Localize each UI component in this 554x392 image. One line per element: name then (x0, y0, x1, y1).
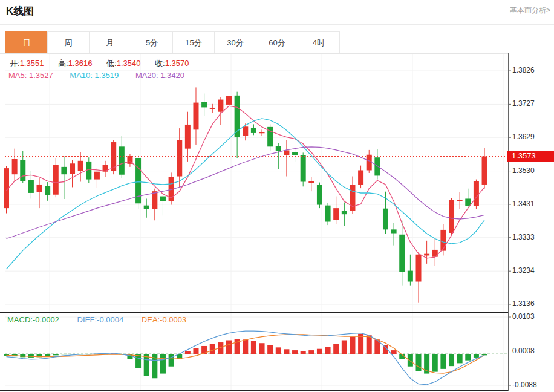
ma-legend: MA5: 1.3527 MA10: 1.3519 MA20: 1.3420 (8, 71, 199, 80)
y-axis-label: -0.0088 (512, 381, 537, 389)
high-value: 高:1.3616 (58, 59, 92, 68)
y-axis-label: 1.3136 (512, 299, 535, 308)
ma10-value: MA10: 1.3519 (70, 71, 119, 80)
y-axis-label: 1.3727 (512, 99, 535, 108)
y-axis-label: 1.3333 (512, 233, 535, 241)
diff-value: DIFF:-0.0004 (77, 315, 124, 324)
dea-value: DEA:-0.0003 (142, 315, 186, 324)
ma5-value: MA5: 1.3527 (8, 71, 53, 80)
y-axis-label: 1.3826 (512, 66, 535, 74)
macd-value: MACD:-0.0002 (7, 315, 59, 324)
y-axis-label: 0.0103 (512, 312, 535, 321)
macd-legend: MACD:-0.0002 DIFF:-0.0004 DEA:-0.0003 (7, 315, 202, 324)
y-axis-label: 1.3530 (512, 166, 535, 175)
ohlc-legend: 开:1.3551 高:1.3616 低:1.3540 收:1.3570 (10, 58, 201, 69)
y-axis-label: 1.3234 (512, 266, 535, 275)
close-value: 收:1.3570 (155, 59, 189, 68)
ma20-value: MA20: 1.3420 (135, 71, 184, 80)
open-value: 开:1.3551 (10, 59, 44, 68)
y-axis-label: 1.3431 (512, 200, 535, 208)
low-value: 低:1.3540 (106, 59, 140, 68)
kline-chart-panel: K线图 基本面分析> 日周月5分15分30分60分4时 开:1.3551 高:1… (0, 0, 554, 392)
y-axis-label: 0.0008 (512, 347, 535, 355)
current-price-tag: 1.3573 (507, 151, 554, 162)
y-axis-label: 1.3629 (512, 132, 535, 141)
